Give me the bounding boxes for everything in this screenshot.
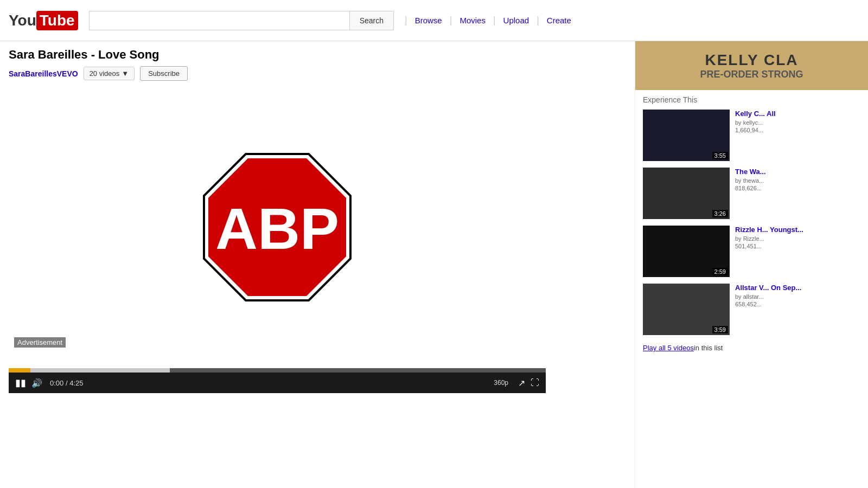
- thumb-duration: 3:59: [712, 326, 728, 333]
- related-item[interactable]: 3:55 Kelly C... All by kellyc... 1,660,9…: [643, 110, 860, 161]
- pause-button[interactable]: ▮▮: [15, 377, 26, 389]
- related-channel: by Rizzle...: [735, 235, 860, 242]
- ad-banner-title: KELLY CLA: [700, 52, 803, 69]
- nav-divider-1: |: [405, 15, 407, 26]
- search-button[interactable]: Search: [349, 11, 394, 30]
- main-layout: Sara Bareilles - Love Song SaraBareilles…: [0, 41, 868, 488]
- related-views: 818,626...: [735, 185, 860, 191]
- popout-button[interactable]: ↗: [518, 378, 525, 388]
- videos-count-button[interactable]: 20 videos ▼: [84, 67, 135, 80]
- related-thumb: 3:55: [643, 110, 730, 161]
- related-item[interactable]: 2:59 Rizzle H... Youngst... by Rizzle...…: [643, 226, 860, 277]
- abp-logo: ABP: [199, 149, 356, 306]
- related-channel: by kellyc...: [735, 119, 860, 126]
- search-input[interactable]: [89, 11, 349, 30]
- video-title: Sara Bareilles - Love Song: [9, 48, 626, 62]
- related-video-list: 3:55 Kelly C... All by kellyc... 1,660,9…: [643, 110, 860, 335]
- related-channel: by thewa...: [735, 177, 860, 184]
- thumb-duration: 3:26: [712, 210, 728, 217]
- progress-played: [9, 368, 30, 373]
- thumb-duration: 2:59: [712, 268, 728, 275]
- related-info: The Wa... by thewa... 818,626...: [735, 168, 860, 219]
- nav-divider-3: |: [493, 15, 496, 26]
- related-channel: by allstar...: [735, 293, 860, 300]
- header: YouTube Search | Browse | Movies | Uploa…: [0, 0, 868, 41]
- content-area: Sara Bareilles - Love Song SaraBareilles…: [0, 41, 635, 488]
- play-all-text: in this list: [694, 344, 723, 352]
- nav-links: | Browse | Movies | Upload | Create: [405, 12, 577, 28]
- related-thumb: 2:59: [643, 226, 730, 277]
- video-player[interactable]: ABP Advertisement 0:11 ▮▮ 🔊 0:00 / 4:25 …: [9, 86, 546, 393]
- ad-overlay-label: Advertisement: [14, 337, 66, 348]
- video-corner-timer: 0:11: [527, 339, 540, 348]
- search-bar: Search: [89, 11, 394, 30]
- related-video-title: Allstar V... On Sep...: [735, 284, 860, 292]
- related-video-title: The Wa...: [735, 168, 860, 176]
- related-views: 658,452...: [735, 301, 860, 307]
- channel-name[interactable]: SaraBareillesVEVO: [9, 69, 78, 78]
- ad-banner-content: KELLY CLA PRE-ORDER STRONG: [700, 52, 803, 80]
- experience-title: Experience This: [643, 95, 860, 104]
- dropdown-chevron-icon: ▼: [122, 69, 129, 78]
- volume-icon[interactable]: 🔊: [31, 378, 42, 388]
- nav-create[interactable]: Create: [541, 12, 577, 28]
- channel-row: SaraBareillesVEVO 20 videos ▼ Subscribe: [9, 66, 626, 81]
- video-progress-bar[interactable]: [9, 368, 546, 373]
- thumb-duration: 3:55: [712, 152, 728, 159]
- fullscreen-button[interactable]: ⛶: [531, 378, 539, 388]
- logo-tube: Tube: [36, 11, 78, 30]
- play-all-row: Play all 5 videos in this list: [643, 342, 860, 354]
- related-views: 501,451...: [735, 243, 860, 249]
- experience-section: Experience This 3:55 Kelly C... All by k…: [635, 90, 868, 488]
- quality-selector[interactable]: 360p: [494, 379, 508, 387]
- ad-banner-subtitle: PRE-ORDER STRONG: [700, 69, 803, 80]
- logo-you: You: [9, 12, 36, 29]
- videos-count-label: 20 videos: [90, 69, 120, 78]
- nav-divider-2: |: [450, 15, 452, 26]
- related-thumb: 3:26: [643, 168, 730, 219]
- video-controls: ▮▮ 🔊 0:00 / 4:25 360p ↗ ⛶: [9, 373, 546, 393]
- nav-upload[interactable]: Upload: [498, 12, 535, 28]
- ad-banner[interactable]: KELLY CLA PRE-ORDER STRONG: [635, 41, 868, 90]
- related-info: Rizzle H... Youngst... by Rizzle... 501,…: [735, 226, 860, 277]
- related-info: Kelly C... All by kellyc... 1,660,94...: [735, 110, 860, 161]
- svg-text:ABP: ABP: [215, 196, 339, 261]
- sidebar: KELLY CLA PRE-ORDER STRONG Experience Th…: [635, 41, 868, 488]
- related-item[interactable]: 3:59 Allstar V... On Sep... by allstar..…: [643, 284, 860, 335]
- subscribe-button[interactable]: Subscribe: [140, 66, 188, 81]
- progress-loaded: [9, 368, 170, 373]
- related-item[interactable]: 3:26 The Wa... by thewa... 818,626...: [643, 168, 860, 219]
- nav-browse[interactable]: Browse: [410, 12, 448, 28]
- play-all-link[interactable]: Play all 5 videos: [643, 342, 694, 354]
- related-views: 1,660,94...: [735, 127, 860, 133]
- nav-divider-4: |: [537, 15, 539, 26]
- time-display: 0:00 / 4:25: [50, 379, 83, 387]
- related-video-title: Rizzle H... Youngst...: [735, 226, 860, 234]
- related-video-title: Kelly C... All: [735, 110, 860, 118]
- related-thumb: 3:59: [643, 284, 730, 335]
- related-info: Allstar V... On Sep... by allstar... 658…: [735, 284, 860, 335]
- video-display-area: ABP Advertisement 0:11: [9, 86, 546, 368]
- nav-movies[interactable]: Movies: [454, 12, 491, 28]
- youtube-logo[interactable]: YouTube: [9, 11, 78, 30]
